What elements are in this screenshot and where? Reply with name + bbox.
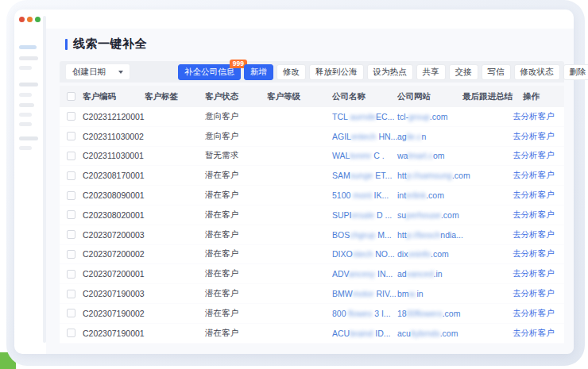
share-button[interactable]: 共享: [416, 64, 446, 80]
company-name-link[interactable]: DIXOntech NO...: [332, 249, 397, 259]
company-website-link[interactable]: http://boschndia...: [397, 230, 462, 240]
visible-text: ACU: [332, 329, 350, 338]
create-date-filter-dropdown[interactable]: 创建日期: [65, 63, 130, 80]
company-website-link[interactable]: agile.cn: [397, 132, 462, 141]
analyze-customer-link[interactable]: 去分析客户: [509, 308, 564, 319]
modify-button[interactable]: 修改: [277, 64, 306, 80]
company-website-link[interactable]: walmart.com: [397, 151, 462, 160]
company-website-link[interactable]: acuitybrnds.com: [397, 329, 462, 338]
company-name-link[interactable]: ADVancesy IN...: [332, 269, 397, 279]
add-new-button[interactable]: 新增: [244, 64, 273, 80]
company-name-link[interactable]: SUPIersale D ...: [332, 210, 397, 220]
analyze-customer-link[interactable]: 去分析客户: [509, 150, 564, 161]
company-name-link[interactable]: SAMsunge ET...: [332, 171, 397, 180]
toolbar-buttons: 补全公司信息999新增修改释放到公海设为热点共享交接写信修改状态删除更多...: [178, 64, 588, 80]
company-website-link[interactable]: bmw.in: [397, 289, 462, 298]
company-name-link[interactable]: BOSchgrup M...: [332, 230, 397, 240]
table-row: C202307190002潜在客户800 flowes 3 I...1800fl…: [60, 304, 564, 324]
analyze-customer-link[interactable]: 去分析客户: [509, 288, 564, 299]
company-name-link[interactable]: BMWmotor RIV...: [332, 289, 397, 298]
main-content: 线索一键补全 创建日期 补全公司信息999新增修改释放到公海设为热点共享交接写信…: [46, 29, 574, 354]
company-website-link[interactable]: dixoninfo.com: [397, 249, 462, 259]
company-website-link[interactable]: 1800flowers.com: [397, 309, 462, 318]
customer-status-cell: 潜在客户: [205, 170, 267, 181]
sidebar-item-active[interactable]: [19, 45, 37, 49]
redacted-text: ersale: [352, 210, 377, 220]
delete-button[interactable]: 删除: [563, 64, 588, 80]
customer-code-cell: C202307190001: [83, 329, 145, 338]
customer-status-cell: 潜在客户: [205, 248, 267, 259]
redacted-text: 00flowers: [407, 309, 443, 318]
analyze-customer-link[interactable]: 去分析客户: [509, 131, 564, 142]
button-label: 修改: [283, 67, 300, 78]
analyze-customer-link[interactable]: 去分析客户: [509, 328, 564, 339]
analyze-customer-link[interactable]: 去分析客户: [509, 209, 564, 221]
analyze-customer-link[interactable]: 去分析客户: [509, 190, 564, 201]
company-name-link[interactable]: WALtonmr C .: [332, 151, 397, 160]
table-row: C202307190003潜在客户BMWmotor RIV...bmw.in去分…: [60, 284, 564, 304]
column-header-4: 客户等级: [267, 91, 332, 102]
company-website-link[interactable]: interlink.com: [397, 190, 462, 200]
analyze-customer-link[interactable]: 去分析客户: [509, 170, 564, 181]
page-title: 线索一键补全: [73, 37, 147, 52]
row-checkbox[interactable]: [67, 210, 75, 219]
redacted-text: oninfo: [408, 249, 431, 259]
company-name-link[interactable]: 800 flowes 3 I...: [332, 309, 397, 318]
row-checkbox[interactable]: [67, 250, 75, 259]
row-checkbox[interactable]: [67, 191, 75, 200]
analyze-customer-link[interactable]: 去分析客户: [509, 248, 564, 259]
complete-company-info-button[interactable]: 补全公司信息999: [178, 64, 241, 80]
customer-code-cell: C202308170001: [83, 171, 145, 180]
column-header-2: 客户标签: [145, 91, 205, 102]
select-all-checkbox[interactable]: [67, 92, 75, 101]
visible-text: 18: [397, 309, 407, 318]
company-name-link[interactable]: TCL aurndeEC...: [332, 112, 397, 121]
row-checkbox[interactable]: [67, 290, 75, 298]
customer-status-cell: 潜在客户: [205, 308, 267, 319]
analyze-customer-link[interactable]: 去分析客户: [509, 268, 564, 279]
sidebar-item[interactable]: [19, 66, 32, 70]
visible-text: ADV: [332, 269, 349, 279]
sidebar-item[interactable]: [19, 103, 34, 107]
page-header: 线索一键补全: [65, 37, 147, 52]
set-hotspot-button[interactable]: 设为热点: [367, 64, 413, 80]
row-checkbox[interactable]: [67, 152, 75, 160]
button-label: 设为热点: [373, 67, 407, 78]
row-checkbox[interactable]: [67, 309, 75, 317]
button-label: 共享: [423, 67, 439, 78]
table-row: C202307200003潜在客户BOSchgrup M...http://bo…: [60, 225, 564, 245]
release-to-public-button[interactable]: 释放到公海: [309, 64, 364, 80]
company-name-link[interactable]: ACUbraind ID...: [332, 329, 397, 338]
company-name-link[interactable]: 5100 mont IK...: [332, 190, 397, 200]
sidebar-item[interactable]: [19, 113, 32, 117]
redacted-text: aurnde: [350, 112, 376, 121]
row-checkbox[interactable]: [67, 270, 75, 279]
sidebar-item[interactable]: [19, 93, 32, 97]
handover-button[interactable]: 交接: [449, 64, 478, 80]
visible-text: TCL: [332, 112, 350, 121]
sidebar-item[interactable]: [19, 83, 38, 86]
sidebar-item[interactable]: [19, 56, 38, 60]
row-checkbox[interactable]: [67, 329, 75, 337]
company-website-link[interactable]: http://samsung.com: [397, 171, 462, 180]
sidebar-item[interactable]: [19, 136, 38, 140]
company-name-link[interactable]: AGILentech HN...: [332, 132, 397, 141]
redacted-text: w.: [409, 289, 417, 298]
sidebar-item[interactable]: [19, 146, 32, 150]
sidebar-item[interactable]: [19, 122, 32, 126]
row-checkbox[interactable]: [67, 132, 75, 140]
visible-text: om: [433, 151, 445, 160]
visible-text: .com: [443, 309, 461, 318]
company-website-link[interactable]: tcl-group.com: [397, 112, 462, 121]
write-letter-button[interactable]: 写信: [482, 64, 511, 80]
modify-status-button[interactable]: 修改状态: [514, 64, 560, 80]
company-website-link[interactable]: advanced.in: [397, 269, 462, 279]
company-website-link[interactable]: superhouse.com: [397, 210, 462, 220]
row-checkbox[interactable]: [67, 230, 75, 239]
analyze-customer-link[interactable]: 去分析客户: [509, 111, 564, 122]
analyze-customer-link[interactable]: 去分析客户: [509, 229, 564, 240]
redacted-text: mont: [353, 190, 373, 200]
row-checkbox[interactable]: [67, 171, 75, 180]
row-checkbox[interactable]: [67, 112, 75, 121]
visible-text: RIV...: [376, 289, 396, 298]
